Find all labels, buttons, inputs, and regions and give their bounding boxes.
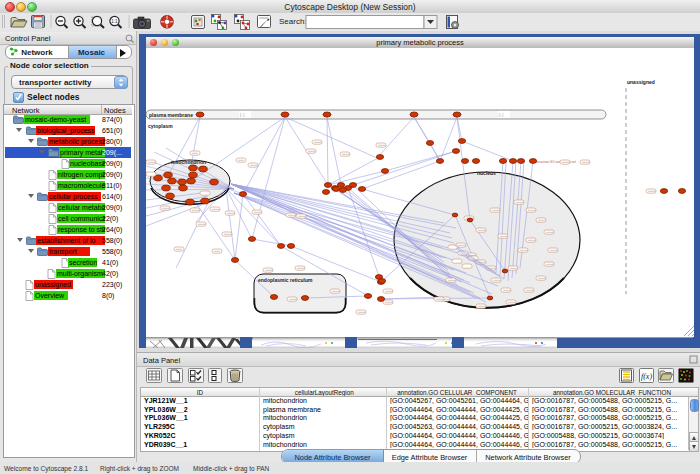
svg-text:nucleus: nucleus — [477, 170, 496, 176]
svg-text:[..]: [..] — [499, 112, 503, 117]
svg-text:f(x): f(x) — [641, 372, 652, 381]
svg-text:endoplasmic reticulum: endoplasmic reticulum — [258, 277, 313, 283]
svg-text:plasma membrane: plasma membrane — [149, 112, 193, 118]
svg-text:1:1: 1:1 — [111, 19, 118, 24]
svg-text:mitochondrion: mitochondrion — [171, 159, 206, 165]
svg-text:Search:: Search: — [279, 17, 307, 26]
svg-text:unassigned: unassigned — [627, 79, 655, 85]
svg-text:cytoplasm: cytoplasm — [148, 123, 173, 129]
svg-text:[..]: [..] — [240, 112, 244, 117]
